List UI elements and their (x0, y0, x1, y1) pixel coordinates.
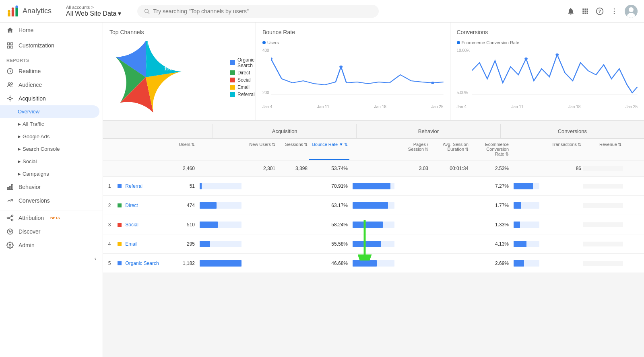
sidebar-search-console-label: Search Console (23, 146, 60, 152)
help-icon[interactable]: ? (596, 7, 604, 15)
cell-users: 295 (172, 239, 196, 249)
charts-row: Top Channels (103, 23, 644, 121)
pie-container: 40.8% 25.4% 19.2% 12.5% Organic Search (109, 40, 249, 114)
conversions-icon (6, 197, 14, 204)
sidebar-all-traffic-label: All Traffic (23, 121, 44, 127)
sidebar-item-admin[interactable]: Admin (0, 238, 103, 252)
acquisition-icon (6, 95, 14, 102)
svg-point-3 (8, 10, 10, 12)
sidebar-item-acquisition[interactable]: Acquisition (0, 92, 103, 105)
col-transactions-header[interactable]: Transactions⇅ (543, 139, 583, 160)
svg-text:12.5%: 12.5% (180, 52, 191, 56)
sidebar-item-overview[interactable]: Overview (0, 105, 99, 118)
channel-link[interactable]: Referral (125, 183, 142, 189)
sidebar-item-all-traffic[interactable]: ▶ All Traffic (0, 118, 103, 130)
channel-link[interactable]: Email (125, 241, 137, 247)
attribution-icon (6, 214, 14, 222)
legend-item-organic: Organic Search (230, 57, 255, 68)
legend-dot-email (230, 85, 235, 90)
cell-transactions (543, 222, 583, 227)
bounce-y-axis: 400 200 (262, 47, 271, 103)
cell-bounce: 63.17% (309, 200, 349, 211)
svg-text:19.2%: 19.2% (164, 67, 175, 71)
sidebar-item-customization[interactable]: Customization (0, 38, 103, 53)
sidebar-item-campaigns[interactable]: ▶ Campaigns (0, 168, 103, 180)
sidebar-item-behavior[interactable]: Behavior (0, 180, 103, 194)
cell-sessions (277, 203, 309, 208)
svg-rect-26 (12, 184, 13, 190)
pie-legend: Organic Search Direct Social Email (230, 57, 255, 97)
sidebar-item-discover[interactable]: Discover (0, 225, 103, 238)
col-avg-header[interactable]: Avg. Session Duration⇅ (430, 139, 470, 160)
cell-bounce-bar (349, 238, 398, 250)
svg-rect-0 (8, 12, 10, 16)
bounce-rate-title: Bounce Rate (262, 29, 444, 35)
cell-new-users (245, 203, 277, 208)
cell-rank: 3 (103, 220, 116, 230)
legend-dot-organic (230, 60, 235, 65)
col-users-header[interactable]: Users⇅ (172, 139, 196, 160)
sidebar-admin-label: Admin (19, 242, 35, 248)
cell-users: 474 (172, 200, 196, 211)
sidebar-item-attribution[interactable]: Attribution BETA (0, 211, 103, 225)
search-bar[interactable] (137, 5, 379, 18)
cell-avg (430, 261, 470, 266)
channel-link[interactable]: Social (125, 222, 138, 228)
logo: Analytics (6, 5, 60, 18)
beta-badge: BETA (50, 216, 60, 220)
table-row: 4 Email 295 55.58% 4.13% (103, 234, 644, 254)
sidebar-item-home[interactable]: Home (0, 23, 103, 38)
col-revenue-header[interactable]: Revenue⇅ (583, 139, 623, 160)
sidebar: Home Customization REPORTS Realtime Audi… (0, 23, 103, 357)
sidebar-item-conversions[interactable]: Conversions (0, 194, 103, 207)
cell-pages (398, 203, 430, 208)
behavior-icon (6, 183, 14, 191)
cell-users: 510 (172, 220, 196, 230)
col-bounce-header[interactable]: Bounce Rate ▼⇅ (309, 139, 349, 160)
avatar[interactable] (625, 5, 638, 18)
sidebar-item-search-console[interactable]: ▶ Search Console (0, 143, 103, 155)
reports-section-label: REPORTS (0, 53, 103, 64)
audience-icon (6, 81, 14, 88)
col-ecomm-header[interactable]: Ecommerce Conversion Rate⇅ (470, 139, 510, 160)
col-pages-header[interactable]: Pages / Session⇅ (398, 139, 430, 160)
sidebar-item-google-ads[interactable]: ▶ Google Ads (0, 130, 103, 143)
cell-bounce-bar (349, 181, 398, 192)
cell-transactions (543, 184, 583, 189)
cell-users: 51 (172, 181, 196, 191)
col-sessions-header[interactable]: Sessions⇅ (277, 139, 309, 160)
search-input[interactable] (153, 8, 372, 14)
channel-link[interactable]: Organic Search (125, 261, 159, 266)
svg-rect-2 (15, 7, 18, 16)
notifications-icon[interactable] (567, 7, 575, 15)
cell-ecomm: 1.77% (470, 200, 510, 211)
sidebar-google-ads-label: Google Ads (23, 133, 50, 140)
collapse-button[interactable]: ‹ (0, 252, 103, 265)
sidebar-campaigns-label: Campaigns (23, 171, 49, 177)
svg-point-27 (7, 217, 9, 219)
summary-new-users: 2,301 (245, 163, 277, 174)
summary-users: 2,460 (172, 163, 196, 174)
grid-icon[interactable] (581, 7, 589, 15)
account-selector[interactable]: All accounts > All Web Site Data ▾ (66, 5, 121, 17)
sidebar-discover-label: Discover (19, 228, 40, 235)
sidebar-item-audience[interactable]: Audience (0, 78, 103, 92)
cell-new-users (245, 261, 277, 266)
col-new-users-header[interactable]: New Users⇅ (245, 139, 277, 160)
svg-point-4 (12, 7, 14, 10)
account-name[interactable]: All Web Site Data ▾ (66, 10, 121, 17)
sidebar-item-social[interactable]: ▶ Social (0, 155, 103, 168)
conversions-chart-area: 10.00% 5.00% (457, 47, 638, 103)
chevron-icon: ▶ (18, 159, 21, 164)
cell-revenue (583, 222, 623, 227)
svg-point-30 (7, 229, 13, 234)
sidebar-conversions-label: Conversions (19, 197, 50, 204)
sidebar-item-realtime[interactable]: Realtime (0, 64, 103, 78)
svg-point-11 (614, 10, 615, 12)
realtime-icon (6, 68, 14, 75)
cell-ecomm: 1.33% (470, 220, 510, 230)
more-icon[interactable] (610, 7, 618, 15)
channel-color-dot (118, 261, 122, 265)
behavior-section-header: Behavior (357, 124, 500, 138)
channel-link[interactable]: Direct (125, 203, 138, 208)
